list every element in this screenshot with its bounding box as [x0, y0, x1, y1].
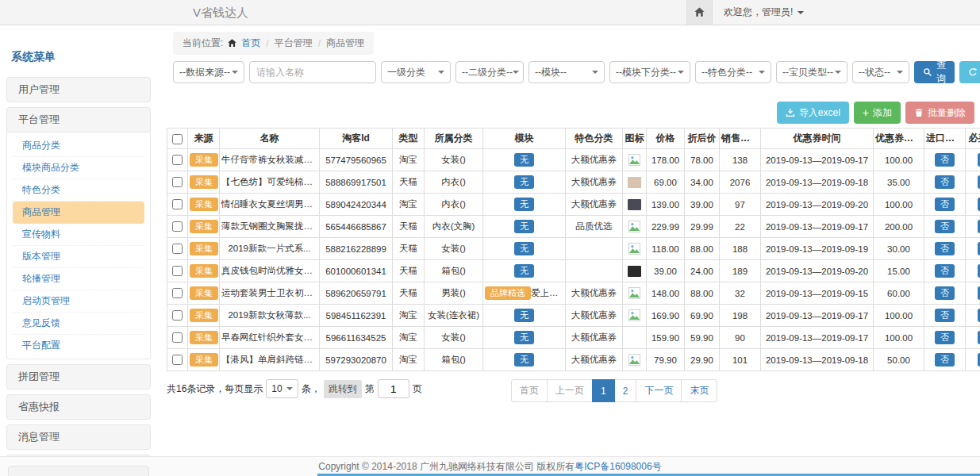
jump-button[interactable]: 跳转到 — [324, 380, 362, 398]
import-icon — [786, 108, 795, 117]
sidebar-item[interactable]: 平台配置 — [13, 335, 144, 356]
coupon-amount: 100.00 — [874, 305, 924, 327]
feature-category: 大额优惠券 — [566, 194, 623, 216]
page-button[interactable]: 末页 — [681, 379, 717, 402]
home-button[interactable] — [686, 0, 713, 25]
column-header: 优惠券时间 — [761, 129, 874, 149]
sidebar-submenu: 商品分类模块商品分类特色分类商品管理宣传物料版本管理轮播管理启动页管理意见反馈平… — [6, 132, 151, 359]
discount-price: 39.00 — [685, 194, 720, 216]
sidebar-group[interactable]: 省惠快报 — [6, 394, 151, 420]
row-checkbox[interactable] — [172, 221, 183, 232]
name-search-input[interactable] — [249, 61, 376, 83]
row-checkbox[interactable] — [172, 155, 183, 165]
product-thumbnail-empty — [623, 327, 647, 349]
filter-select[interactable]: --数据来源-- — [173, 61, 244, 83]
select-all-checkbox-cell — [167, 129, 188, 149]
row-checkbox[interactable] — [172, 355, 183, 365]
row-checkbox[interactable] — [172, 244, 183, 254]
import-excel-button[interactable]: 导入excel — [777, 102, 849, 124]
page-button[interactable]: 2 — [614, 379, 637, 402]
product-name: 运动套装男士卫衣初秋... — [220, 282, 320, 305]
caret-down-icon — [438, 71, 444, 77]
import-select-toggle[interactable]: 否 — [935, 153, 955, 167]
select-all-checkbox[interactable] — [172, 134, 183, 144]
page-button[interactable]: 上一页 — [547, 379, 593, 402]
filter-select[interactable]: 一级分类 — [381, 61, 451, 83]
caret-down-icon — [232, 71, 238, 77]
reset-button[interactable]: 重置 — [959, 61, 980, 83]
row-checkbox[interactable] — [172, 332, 183, 343]
add-button[interactable]: + 添加 — [854, 102, 901, 124]
row-checkbox[interactable] — [172, 177, 183, 187]
module-none-badge: 无 — [514, 198, 534, 212]
search-button[interactable]: 查询 — [914, 61, 955, 83]
breadcrumb-home-link[interactable]: 首页 — [241, 36, 260, 50]
import-select-toggle[interactable]: 否 — [935, 198, 955, 212]
user-menu[interactable]: 欢迎您，管理员! — [713, 6, 815, 19]
product-name: 【港风】单肩斜跨链条... — [220, 349, 320, 371]
import-select-toggle[interactable]: 否 — [935, 242, 955, 256]
module-badge: 品牌精选 — [485, 286, 531, 301]
import-select-toggle[interactable]: 否 — [935, 353, 955, 367]
sidebar-item[interactable]: 启动页管理 — [13, 290, 144, 313]
import-select-toggle[interactable]: 否 — [935, 220, 955, 234]
breadcrumb-item: 商品管理 — [326, 36, 364, 50]
sidebar-group[interactable]: 消息管理 — [6, 424, 151, 450]
per-page-select[interactable]: 10 — [266, 379, 298, 398]
page-button[interactable]: 下一页 — [636, 379, 682, 402]
price: 39.00 — [647, 260, 685, 282]
sidebar-group[interactable]: 用户管理 — [6, 77, 151, 102]
sidebar-item[interactable]: 宣传物料 — [13, 224, 144, 246]
sidebar-item[interactable]: 模块商品分类 — [13, 157, 144, 179]
import-select-toggle[interactable]: 否 — [935, 264, 955, 278]
page-button[interactable]: 首页 — [511, 379, 548, 402]
sidebar-item[interactable]: 轮播管理 — [13, 268, 144, 290]
filter-select[interactable]: --模块下分类-- — [609, 61, 690, 83]
sidebar-item[interactable]: 商品管理 — [13, 202, 144, 224]
copyright-text: Copyright © 2014-2018 广州九驰网络科技有限公司 版权所有 — [318, 460, 575, 474]
coupon-time: 2019-09-13—2019-09-18 — [761, 349, 874, 371]
sidebar-item[interactable]: 版本管理 — [13, 246, 144, 268]
batch-delete-button[interactable]: 批量删除 — [905, 102, 974, 124]
import-select-toggle[interactable]: 否 — [935, 286, 955, 301]
row-checkbox[interactable] — [172, 199, 183, 209]
jump-prefix: 第 — [365, 382, 375, 396]
discount-price: 59.90 — [685, 327, 720, 349]
import-select-toggle[interactable]: 否 — [935, 175, 955, 190]
sidebar-group[interactable]: 平台管理 — [6, 107, 151, 132]
caret-down-icon — [759, 71, 765, 77]
sidebar-group[interactable]: 拼团管理 — [6, 364, 151, 390]
column-header: 模块 — [483, 129, 566, 149]
sidebar-item[interactable]: 特色分类 — [13, 179, 144, 202]
filter-select[interactable]: --模块-- — [528, 61, 605, 83]
sales-count: 2076 — [720, 171, 761, 194]
caret-down-icon — [592, 71, 598, 77]
filter-select[interactable]: --二级分类-- — [455, 61, 524, 83]
product-category: 女装() — [425, 327, 483, 349]
sidebar-item[interactable]: 意见反馈 — [13, 313, 144, 335]
filter-select[interactable]: --状态-- — [852, 61, 909, 83]
price: 148.00 — [647, 282, 685, 305]
row-checkbox[interactable] — [172, 288, 183, 298]
sidebar-item[interactable]: 商品分类 — [13, 135, 144, 157]
icp-link[interactable]: 粤ICP备16098006号 — [575, 460, 661, 474]
module-cell: 无 — [483, 327, 566, 349]
filter-select[interactable]: --特色分类-- — [695, 61, 771, 83]
product-name: 牛仔背带裤女秋装减龄... — [220, 149, 320, 171]
source-badge: 采集 — [190, 220, 218, 234]
table-row: 采集真皮钱包时尚优雅女士...601000601341天猫箱包()无39.002… — [167, 260, 980, 282]
source-badge: 采集 — [190, 242, 218, 256]
filter-select[interactable]: --宝贝类型-- — [776, 61, 847, 83]
coupon-time: 2019-09-13—2019-09-15 — [761, 282, 874, 305]
coupon-time: 2019-09-13—2019-09-18 — [761, 171, 874, 194]
table-row: 采集早春网红针织外套女春...596611634525淘宝女装()无大额优惠券1… — [167, 327, 980, 349]
import-select-toggle[interactable]: 否 — [935, 331, 955, 345]
product-category: 女装() — [425, 149, 483, 171]
jump-page-input[interactable] — [378, 379, 409, 398]
source-badge: 采集 — [190, 198, 218, 212]
product-name: 薄款无钢圈文胸聚拢性... — [220, 216, 320, 238]
row-checkbox[interactable] — [172, 310, 183, 321]
import-select-toggle[interactable]: 否 — [935, 309, 955, 323]
page-button[interactable]: 1 — [592, 379, 615, 402]
row-checkbox[interactable] — [172, 266, 183, 276]
